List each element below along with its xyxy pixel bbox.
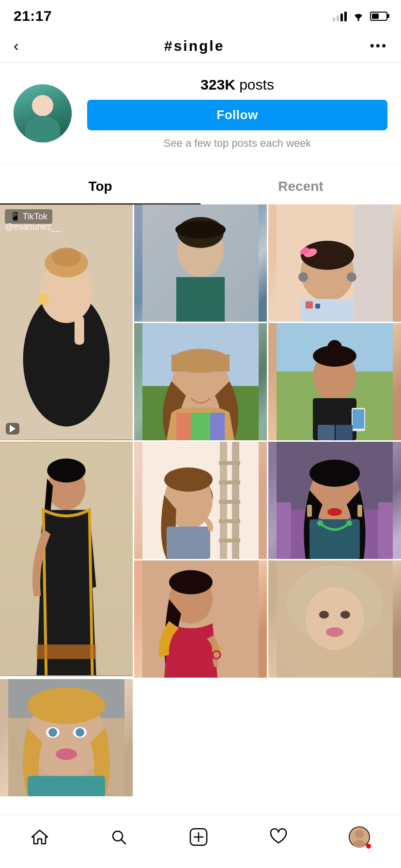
nav-header: ‹ #single •••	[0, 29, 401, 63]
svg-point-73	[317, 520, 323, 526]
svg-rect-68	[277, 502, 291, 559]
status-time: 21:17	[14, 8, 52, 24]
photo-grid: 📱 TikTok @evanunez__	[0, 204, 401, 796]
hashtag-header: 323K posts Follow See a few top posts ea…	[0, 63, 401, 159]
more-button[interactable]: •••	[370, 38, 387, 53]
svg-point-52	[47, 459, 85, 483]
svg-rect-34	[171, 355, 230, 372]
svg-rect-28	[315, 304, 320, 309]
wifi-icon	[352, 11, 365, 21]
follow-button[interactable]: Follow	[87, 100, 387, 130]
bottom-nav	[0, 815, 401, 868]
svg-point-16	[175, 221, 226, 238]
see-posts-text: See a few top posts each week	[164, 137, 311, 150]
svg-point-75	[327, 508, 342, 516]
svg-rect-53	[36, 645, 96, 659]
grid-item[interactable]	[134, 560, 267, 678]
search-icon	[110, 828, 127, 846]
svg-rect-47	[318, 425, 335, 440]
svg-rect-69	[378, 502, 393, 559]
svg-rect-19	[354, 204, 393, 322]
hashtag-info: 323K posts Follow See a few top posts ea…	[87, 77, 387, 150]
svg-rect-65	[167, 527, 210, 559]
grid-item[interactable]	[268, 323, 401, 440]
svg-point-99	[48, 728, 57, 737]
tabs-container: Top Recent	[0, 170, 401, 204]
grid-item[interactable]	[0, 442, 133, 676]
grid-item[interactable]	[268, 442, 401, 559]
grid-item[interactable]	[134, 323, 267, 440]
svg-point-0	[357, 19, 359, 21]
svg-rect-72	[309, 519, 360, 559]
grid-item[interactable]: 📱 TikTok @evanunez__	[0, 204, 133, 440]
svg-rect-60	[219, 500, 240, 504]
svg-rect-103	[28, 776, 105, 796]
nav-search[interactable]	[110, 828, 127, 846]
svg-rect-46	[353, 409, 364, 429]
grid-item[interactable]	[134, 204, 267, 322]
svg-rect-36	[191, 413, 210, 440]
nav-activity[interactable]	[270, 828, 287, 846]
svg-rect-92	[277, 560, 393, 678]
nav-home[interactable]	[31, 828, 48, 846]
svg-rect-27	[306, 301, 313, 309]
svg-rect-37	[210, 413, 225, 440]
svg-point-101	[76, 728, 84, 737]
svg-point-81	[169, 570, 213, 594]
svg-line-105	[121, 839, 125, 844]
play-icon	[10, 425, 15, 433]
svg-point-8	[37, 293, 49, 305]
svg-rect-77	[357, 505, 362, 517]
home-icon	[31, 828, 48, 846]
svg-rect-58	[219, 461, 240, 465]
svg-rect-48	[336, 425, 353, 440]
status-icons	[333, 11, 387, 21]
tab-recent[interactable]: Recent	[200, 170, 401, 204]
status-bar: 21:17	[0, 0, 401, 29]
heart-icon	[270, 828, 287, 846]
grid-item[interactable]	[268, 560, 401, 678]
back-button[interactable]: ‹	[14, 37, 19, 55]
post-count: 323K posts	[200, 77, 274, 93]
svg-rect-59	[219, 480, 240, 484]
svg-rect-76	[307, 505, 312, 517]
svg-point-64	[164, 467, 213, 492]
tiktok-user: @evanunez__	[5, 222, 61, 232]
notification-dot	[366, 844, 371, 849]
svg-rect-9	[75, 316, 84, 345]
signal-icon	[333, 11, 347, 21]
page-title: #single	[164, 38, 224, 54]
svg-point-102	[56, 748, 77, 760]
svg-point-25	[347, 272, 356, 282]
battery-icon	[370, 12, 387, 21]
svg-rect-35	[176, 413, 191, 440]
svg-point-110	[355, 830, 364, 838]
grid-item[interactable]	[134, 442, 267, 559]
video-overlay	[6, 423, 19, 434]
svg-point-43	[327, 340, 342, 355]
tab-top[interactable]: Top	[0, 170, 200, 204]
grid-item[interactable]	[0, 679, 133, 796]
divider	[0, 164, 401, 165]
svg-rect-61	[219, 519, 240, 523]
svg-point-74	[346, 520, 352, 526]
svg-point-24	[298, 272, 308, 282]
svg-rect-62	[219, 539, 240, 542]
svg-rect-14	[176, 277, 225, 322]
svg-point-7	[52, 248, 81, 267]
avatar	[14, 84, 72, 142]
grid-item[interactable]	[268, 204, 401, 322]
svg-point-97	[28, 687, 105, 724]
svg-point-71	[309, 460, 360, 487]
nav-add[interactable]	[189, 828, 208, 846]
nav-profile[interactable]	[349, 826, 370, 848]
add-icon	[189, 828, 208, 846]
